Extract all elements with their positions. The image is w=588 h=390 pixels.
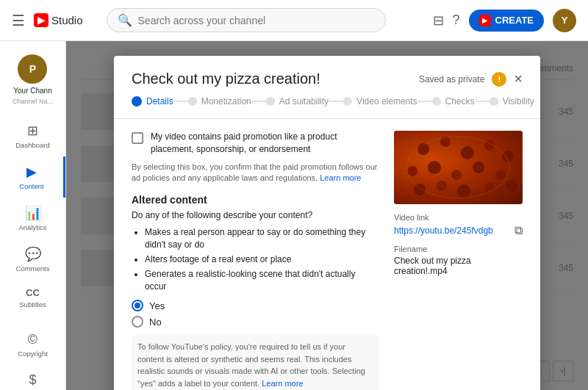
radio-yes-row[interactable]: Yes [132, 300, 379, 311]
paid-promo-helper: By selecting this box, you confirm that … [132, 162, 379, 184]
video-link-row: https://youtu.be/245fvdgb ⧉ [394, 224, 523, 237]
radio-yes-selected [135, 303, 140, 308]
dashboard-icon: ⊞ [27, 123, 38, 139]
sidebar-label-dashboard: Dashboard [15, 141, 49, 149]
radio-no-label: No [149, 317, 162, 328]
bullet-2: Alters footage of a real event or place [145, 253, 379, 266]
svg-point-2 [461, 146, 474, 159]
altered-bullets: Makes a real person appear to say or do … [132, 226, 379, 292]
radio-yes-button[interactable] [132, 300, 143, 311]
tab-details[interactable]: Details [132, 96, 173, 106]
policy-text-box: To follow YouTube's policy, you're requi… [132, 335, 379, 390]
tab-ad-suitability[interactable]: Ad suitability [266, 96, 329, 106]
modal-backdrop: Check out my pizza creation! Saved as pr… [66, 41, 588, 390]
earn-icon: $ [29, 372, 36, 388]
modal-header-right: Saved as private ! × [419, 71, 523, 87]
copyright-icon: © [28, 332, 37, 347]
paid-promo-label: My video contains paid promotion like a … [151, 131, 379, 156]
alert-icon: ! [492, 72, 506, 87]
modal-right-panel: Video link https://youtu.be/245fvdgb ⧉ F… [394, 131, 523, 386]
modal-title: Check out my pizza creation! [132, 71, 320, 87]
tab-dot-visibility [490, 97, 498, 106]
radio-no-row[interactable]: No [132, 316, 379, 328]
sidebar: P Your Chann Channel Na... ⊞ Dashboard ▶… [0, 41, 66, 390]
svg-point-8 [473, 162, 484, 173]
content-icon: ▶ [26, 164, 37, 180]
learn-more-link-1[interactable]: Learn more [320, 173, 361, 182]
altered-content-title: Altered content [132, 194, 379, 206]
modal-header: Check out my pizza creation! Saved as pr… [114, 56, 540, 96]
subtitles-icon: CC [26, 287, 40, 298]
tab-visibility[interactable]: Visibility [490, 96, 534, 106]
radio-no-button[interactable] [132, 316, 143, 328]
tab-line-2 [251, 101, 266, 102]
yt-logo: ▶ Studio [34, 13, 83, 27]
svg-point-9 [495, 170, 506, 180]
avatar[interactable]: Y [553, 9, 576, 32]
topbar-right: ⊟ ? ▶ CREATE Y [433, 9, 577, 32]
learn-more-link-2[interactable]: Learn more [262, 379, 303, 388]
radio-yes-label: Yes [149, 300, 165, 311]
sidebar-item-analytics[interactable]: 📊 Analytics [0, 198, 65, 239]
close-button[interactable]: × [514, 71, 523, 87]
search-input[interactable] [138, 15, 375, 26]
bullet-3: Generates a realistic-looking scene that… [145, 268, 379, 293]
tab-checks[interactable]: Checks [432, 96, 475, 106]
search-bar[interactable]: 🔍 [107, 8, 386, 32]
channel-nav[interactable]: P Your Chann Channel Na... [12, 47, 53, 115]
svg-point-14 [506, 180, 517, 192]
filename-text: Check out my pizza creation!.mp4 [394, 256, 523, 276]
sidebar-label-comments: Comments [16, 264, 50, 272]
tab-line-4 [417, 101, 432, 102]
tab-monetization[interactable]: Monetization [188, 96, 251, 106]
video-link-label: Video link [394, 213, 523, 222]
create-button[interactable]: ▶ CREATE [469, 10, 544, 32]
video-link[interactable]: https://youtu.be/245fvdgb [394, 225, 510, 236]
menu-icon[interactable]: ☰ [12, 12, 25, 29]
bullet-1: Makes a real person appear to say or do … [145, 226, 379, 251]
analytics-icon: 📊 [25, 205, 41, 221]
topbar: ☰ ▶ Studio 🔍 ⊟ ? ▶ CREATE Y [0, 0, 588, 41]
sidebar-item-content[interactable]: ▶ Content [0, 156, 65, 198]
channel-name: Your Chann [13, 87, 51, 95]
sidebar-item-comments[interactable]: 💬 Comments [0, 239, 65, 280]
tab-dot-monetization [188, 97, 197, 106]
sidebar-label-copyright: Copyright [18, 350, 48, 358]
tab-dot-ad [266, 97, 275, 106]
svg-point-6 [428, 161, 441, 174]
tab-line-3 [329, 101, 343, 102]
tab-line-1 [173, 101, 188, 102]
studio-label: Studio [51, 14, 83, 26]
modal-left-panel: My video contains paid promotion like a … [132, 131, 379, 386]
modal-body: My video contains paid promotion like a … [114, 119, 540, 390]
sidebar-item-subtitles[interactable]: CC Subtitles [0, 280, 65, 316]
channel-avatar: P [18, 54, 47, 84]
sidebar-label-subtitles: Subtitles [19, 300, 46, 308]
paid-promo-row[interactable]: My video contains paid promotion like a … [132, 131, 379, 156]
upload-modal: Check out my pizza creation! Saved as pr… [114, 56, 540, 390]
copy-icon[interactable]: ⧉ [514, 224, 523, 237]
pizza-svg [394, 131, 523, 204]
sidebar-item-earn[interactable]: $ Earn [0, 365, 65, 390]
sidebar-item-dashboard[interactable]: ⊞ Dashboard [0, 115, 65, 156]
tab-video-elements[interactable]: Video elements [343, 96, 417, 106]
svg-point-12 [457, 184, 470, 198]
captions-icon[interactable]: ⊟ [433, 12, 444, 29]
main-content: Views Comments Video title 12,345 345 Vi… [66, 41, 588, 390]
create-label: CREATE [495, 15, 534, 26]
youtube-icon: ▶ [34, 13, 49, 27]
tab-dot-video [343, 97, 352, 106]
svg-point-7 [451, 170, 462, 180]
sidebar-label-content: Content [19, 182, 43, 190]
sidebar-label-analytics: Analytics [18, 223, 46, 231]
create-yt-icon: ▶ [479, 15, 491, 26]
paid-promo-checkbox[interactable] [132, 132, 143, 144]
help-icon[interactable]: ? [453, 12, 460, 28]
channel-sub: Channel Na... [12, 98, 53, 105]
tab-line-5 [475, 101, 490, 102]
altered-question: Do any of the following describe your co… [132, 210, 379, 220]
sidebar-item-copyright[interactable]: © Copyright [0, 325, 65, 365]
svg-point-11 [437, 181, 447, 191]
svg-point-5 [407, 166, 417, 176]
video-thumbnail [394, 131, 523, 204]
